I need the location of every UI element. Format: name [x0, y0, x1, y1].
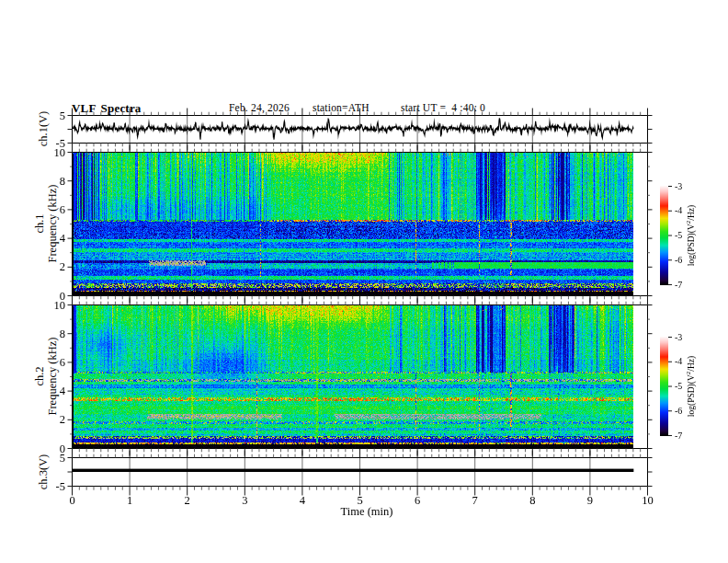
- colorbar2-title: log(PSD)(V2/Hz): [688, 356, 697, 417]
- vlf-spectra-figure: VLF Spectra Feb. 24, 2026 station=ATH st…: [0, 0, 728, 563]
- date-label: Feb. 24, 2026: [229, 103, 290, 114]
- colorbar-ch2: [660, 337, 668, 436]
- start-ut-label: start UT = 4 :40: 0: [401, 103, 485, 114]
- y-tick-label: 2: [60, 261, 65, 273]
- x-tick-label: 3: [242, 495, 247, 507]
- colorbar-title-suffix: /Hz): [687, 205, 696, 221]
- colorbar-tick-label: -7: [675, 431, 682, 441]
- x-tick-label: 8: [529, 495, 535, 507]
- colorbar-title-superscript: 2: [685, 372, 692, 375]
- ch3-waveform-plot: [73, 458, 634, 486]
- y-tick-label: -5: [56, 137, 65, 149]
- plot-title: VLF Spectra: [72, 102, 142, 114]
- x-axis-title: Time (min): [341, 506, 393, 518]
- colorbar-title-prefix: log(PSD)(V: [687, 224, 696, 266]
- y-tick-label: 5: [60, 109, 65, 121]
- x-tick-label: 2: [185, 495, 190, 507]
- x-tick-label: 7: [472, 495, 478, 507]
- y-tick-label: 4: [60, 233, 65, 245]
- x-tick-label: 6: [415, 495, 420, 507]
- colorbar-title-prefix: log(PSD)(V: [687, 374, 696, 417]
- x-tick-label: 10: [642, 495, 654, 507]
- colorbar-tick-label: -3: [675, 333, 682, 342]
- colorbar-tick-label: -5: [675, 382, 682, 391]
- y-tick-label: 6: [60, 204, 65, 216]
- colorbar-tick-label: -6: [675, 256, 682, 265]
- colorbar-tick-label: -6: [675, 407, 682, 416]
- ch2-spectrogram: [73, 305, 633, 448]
- y-tick-label: 6: [60, 357, 65, 369]
- ch3-wave-ylabel: ch.3(V): [38, 454, 50, 490]
- colorbar-title-superscript: 2: [685, 221, 692, 224]
- colorbar-tick-label: -7: [675, 281, 682, 290]
- station-label: station=ATH: [313, 103, 370, 114]
- colorbar-tick-label: -5: [675, 231, 682, 240]
- colorbar1-title: log(PSD)(V2/Hz): [688, 205, 697, 266]
- y-tick-label: 5: [60, 452, 65, 464]
- x-tick-label: 0: [69, 495, 74, 507]
- colorbar-tick-label: -3: [675, 182, 682, 191]
- ch1-spec-ylabel-line2: Frequency (kHz): [47, 184, 59, 262]
- ch1-spec-ylabel-line1: ch.1: [34, 213, 46, 233]
- y-tick-label: 8: [60, 175, 65, 187]
- ch1-waveform-plot: [73, 116, 634, 143]
- ch2-spec-ylabel-line2: Frequency (kHz): [47, 337, 59, 415]
- y-tick-label: 2: [60, 414, 65, 426]
- y-tick-label: 10: [54, 299, 66, 311]
- x-tick-label: 1: [127, 495, 132, 507]
- colorbar-tick-label: -4: [675, 357, 682, 366]
- x-tick-label: 9: [587, 495, 593, 507]
- ch1-wave-ylabel: ch.1(V): [38, 111, 50, 147]
- y-tick-label: 8: [60, 327, 65, 339]
- y-tick-label: -5: [56, 480, 65, 492]
- ch1-spectrogram: [73, 153, 633, 295]
- colorbar-tick-label: -4: [675, 206, 682, 215]
- ch2-spec-ylabel-line1: ch.2: [34, 366, 46, 385]
- colorbar-title-suffix: /Hz): [687, 356, 696, 372]
- x-tick-label: 4: [300, 495, 305, 507]
- colorbar-ch1: [660, 186, 668, 285]
- y-tick-label: 4: [60, 385, 65, 397]
